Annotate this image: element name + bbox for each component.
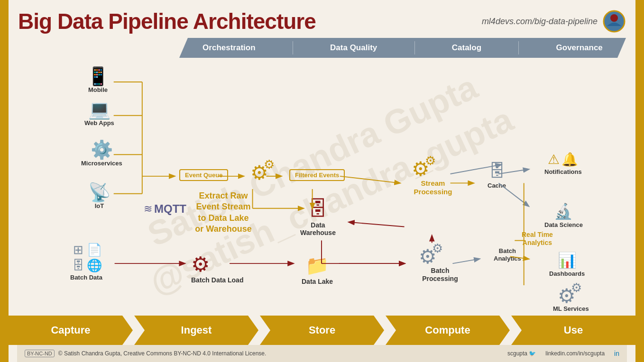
banner-div-2: [414, 41, 415, 54]
stream-gear-small: ⚙: [425, 154, 436, 168]
banner-governance: Governance: [547, 43, 612, 53]
mqtt-node: ≋ MQTT: [144, 202, 186, 216]
rta-node: Real TimeAnalytics: [522, 231, 553, 247]
pipeline-use: Use: [511, 316, 635, 345]
batch-data-icons: ⊞ 📄 🗄 🌐: [71, 243, 102, 273]
data-lake-node: 📁 Data Lake: [302, 254, 333, 285]
table-icon: ⊞: [71, 243, 86, 257]
gear-icon-event: ⚙ ⚙: [250, 161, 277, 181]
dashboards-label: Dashboards: [549, 270, 585, 277]
pipeline-ingest: Ingest: [134, 316, 258, 345]
mobile-icon: 📱: [87, 67, 109, 85]
data-science-node: 🔬 Data Science: [544, 202, 583, 228]
batch-proc-gears: ⚙ ⚙: [419, 245, 445, 265]
jupyter-icon: 🔬: [554, 202, 573, 220]
banner-bg: Orchestration Data Quality Catalog Gover…: [179, 38, 626, 58]
stream-processing-label: StreamProcessing: [412, 179, 454, 196]
banner-catalog: Catalog: [442, 43, 491, 53]
cache-node: 🗄 Cache: [488, 161, 506, 189]
extract-label: Extract RawEvent Streamto Data Lakeor Wa…: [195, 191, 251, 234]
mqtt-label: MQTT: [154, 202, 186, 216]
capture-label: Capture: [51, 324, 90, 336]
ml-services-node: ⚙ ⚙ ML Services: [553, 284, 589, 312]
webapp-icon: 💻: [88, 100, 110, 118]
header-url: ml4devs.com/big-data-pipeline: [482, 17, 598, 27]
batch-processing-label: BatchProcessing: [419, 267, 461, 283]
notifications-node: ⚠ 🔔 Notifications: [544, 152, 582, 175]
banner-quality: Data Quality: [321, 43, 386, 53]
iot-node: 📡 IoT: [88, 183, 110, 209]
banner-orchestration: Orchestration: [193, 43, 265, 53]
notif-icons: ⚠ 🔔: [548, 152, 578, 167]
linkedin-icon: in: [614, 350, 619, 357]
pipeline-compute: Compute: [386, 316, 510, 345]
pipeline-capture: Capture: [9, 316, 133, 345]
event-queue-box: Event Queue: [179, 169, 228, 181]
twitter-text: scgupta: [507, 350, 527, 357]
batch-analytics-label: BatchAnalytics: [494, 247, 521, 262]
rta-label: Real TimeAnalytics: [522, 231, 553, 247]
microservices-icon: ⚙️: [91, 141, 113, 159]
bell-icon: 🔔: [561, 152, 578, 167]
batch-data-label: Batch Data: [70, 274, 102, 281]
ml-gear-small: ⚙: [571, 281, 582, 295]
dashboards-icon: 📊: [558, 251, 577, 269]
right-border: [635, 0, 644, 362]
banner-div-3: [518, 41, 519, 54]
twitter-handle: scgupta 🐦: [507, 350, 536, 357]
batch-load-gear-icon: ⚙: [191, 252, 243, 276]
header-logo: [602, 9, 626, 33]
pipeline-store: Store: [260, 316, 384, 345]
filtered-events-label: Filtered Events: [295, 172, 339, 179]
data-science-label: Data Science: [544, 221, 583, 228]
microservices-label: Microservices: [81, 160, 122, 167]
stream-processing-gears: ⚙ ⚙: [412, 157, 438, 177]
cache-label: Cache: [488, 182, 506, 189]
stream-processing-node: ⚙ ⚙ StreamProcessing: [412, 157, 454, 196]
batch-data-load-node: ⚙ Batch Data Load: [191, 252, 243, 284]
webapp-node: 💻 Web Apps: [84, 100, 114, 127]
ingest-label: Ingest: [181, 324, 212, 336]
database-icon: 🗄: [308, 198, 328, 220]
copyright-bar: BY-NC-ND © Satish Chandra Gupta, Creativ…: [17, 345, 627, 362]
microservices-node: ⚙️ Microservices: [81, 141, 122, 167]
filtered-events-box: Filtered Events: [289, 169, 345, 181]
twitter-icon: 🐦: [529, 350, 536, 357]
event-queue-label: Event Queue: [185, 172, 222, 179]
header-right: ml4devs.com/big-data-pipeline: [482, 9, 626, 33]
compute-label: Compute: [425, 324, 470, 336]
page-title: Big Data Pipeline Architecture: [18, 9, 316, 34]
iot-label: IoT: [95, 202, 104, 209]
store-label: Store: [309, 324, 335, 336]
batch-gear-small: ⚙: [432, 241, 443, 256]
ml-gears-icon: ⚙ ⚙: [558, 284, 584, 304]
globe-icon: 🌐: [87, 258, 102, 273]
use-label: Use: [564, 324, 583, 336]
linkedin-url: linkedin.com/in/scgupta: [545, 350, 605, 357]
header: Big Data Pipeline Architecture ml4devs.c…: [18, 9, 626, 34]
file-icon: 📄: [87, 243, 102, 257]
notifications-label: Notifications: [544, 168, 582, 175]
batch-data-load-label: Batch Data Load: [191, 276, 243, 284]
data-lake-label: Data Lake: [302, 278, 333, 285]
cache-icon: 🗄: [488, 161, 506, 181]
left-border: [0, 0, 9, 362]
batch-processing-node: ⚙ ⚙ BatchProcessing: [419, 245, 461, 283]
gear-small-icon: ⚙: [264, 157, 275, 172]
warning-icon: ⚠: [548, 152, 560, 167]
cc-badge: BY-NC-ND: [25, 350, 55, 357]
extract-text: Extract RawEvent Streamto Data Lakeor Wa…: [183, 190, 264, 235]
mobile-node: 📱 Mobile: [87, 67, 109, 93]
mobile-label: Mobile: [88, 86, 108, 93]
batch-data-node: ⊞ 📄 🗄 🌐 Batch Data: [70, 243, 102, 281]
dashboards-node: 📊 Dashboards: [549, 251, 585, 277]
top-banner: Orchestration Data Quality Catalog Gover…: [179, 38, 626, 58]
pipeline-footer: Capture Ingest Store Compute Use: [9, 316, 635, 345]
folder-icon: 📁: [305, 254, 329, 277]
svg-line-17: [349, 222, 404, 227]
data-warehouse-node: 🗄 DataWarehouse: [300, 198, 336, 236]
banner-div-1: [293, 41, 293, 54]
svg-line-11: [340, 176, 400, 183]
copyright-right: scgupta 🐦 linkedin.com/in/scgupta in: [507, 350, 619, 357]
data-warehouse-label: DataWarehouse: [300, 221, 336, 236]
